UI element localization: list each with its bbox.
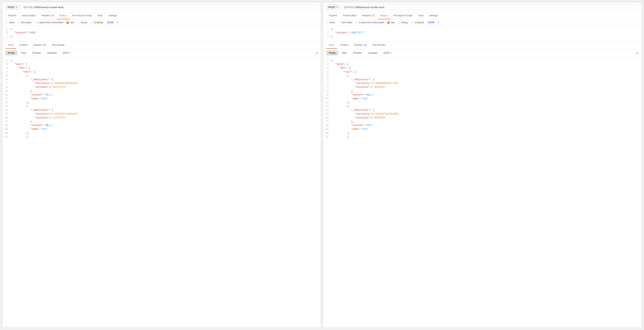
right-radio-raw-circle bbox=[387, 21, 390, 24]
right-tab-body[interactable]: Body ● bbox=[378, 12, 390, 19]
left-resp-line-3: 3"Get": { bbox=[2, 66, 320, 70]
left-wrap-icon[interactable]: ⇌ bbox=[315, 51, 318, 55]
right-resp-line-18: 18"content": "早上", bbox=[324, 124, 642, 127]
left-req-line-3: 3 } bbox=[2, 35, 320, 39]
left-response-body[interactable]: 1{ 2"data": { 3"Get": { 4"Text": [ 5{ 6"… bbox=[2, 57, 320, 327]
right-resp-line-5: 5{ bbox=[324, 74, 642, 78]
left-tab-prerequest[interactable]: Pre-request Script bbox=[70, 12, 94, 19]
right-json-dropdown-icon[interactable]: ▼ bbox=[438, 22, 440, 24]
right-panel: POST ▼ Params Authorization Headers (9) … bbox=[323, 3, 642, 327]
right-radio-none[interactable]: none bbox=[326, 21, 335, 24]
left-resp-tab-cookies[interactable]: Cookies bbox=[16, 42, 30, 49]
left-radio-binary[interactable]: binary bbox=[77, 21, 87, 24]
right-request-editor[interactable]: 1 { 2 "content" : "太阳下山了" 3 } bbox=[324, 26, 642, 42]
right-radio-raw[interactable]: raw bbox=[387, 21, 394, 24]
left-resp-line-2: 2"data": { bbox=[2, 63, 320, 66]
right-req-line-3: 3 } bbox=[324, 35, 642, 39]
left-response-tabs: Body Cookies Headers (3) Test Results bbox=[2, 42, 320, 49]
right-resp-tab-testresults[interactable]: Test Results bbox=[370, 42, 388, 49]
right-response-format-row: Pretty Raw Preview Visualize JSON ▼ ⇌ bbox=[324, 49, 642, 57]
right-tab-params[interactable]: Params bbox=[326, 12, 340, 19]
right-preview-btn[interactable]: Preview bbox=[351, 51, 364, 55]
right-radio-none-circle bbox=[326, 21, 329, 24]
right-radio-formdata[interactable]: form-data bbox=[338, 21, 352, 24]
left-resp-line-17: 17}, bbox=[2, 120, 320, 124]
left-pretty-btn[interactable]: Pretty bbox=[5, 51, 17, 55]
left-tab-headers[interactable]: Headers (9) bbox=[38, 12, 57, 19]
right-radio-graphql[interactable]: GraphQL bbox=[411, 21, 424, 24]
right-tab-headers[interactable]: Headers (9) bbox=[359, 12, 378, 19]
left-resp-line-21: 21{ bbox=[2, 135, 320, 139]
left-resp-tab-testresults[interactable]: Test Results bbox=[49, 42, 67, 49]
left-resp-tab-body[interactable]: Body bbox=[5, 42, 16, 49]
left-raw-btn[interactable]: Raw bbox=[19, 51, 28, 55]
left-tab-body[interactable]: Body ● bbox=[57, 12, 70, 19]
right-tab-authorization[interactable]: Authorization bbox=[340, 12, 359, 19]
right-resp-line-19: 19"name": "sss" bbox=[324, 127, 642, 131]
left-resp-line-20: 20}, bbox=[2, 131, 320, 135]
left-radio-none[interactable]: none bbox=[5, 21, 14, 24]
left-radio-graphql[interactable]: GraphQL bbox=[90, 21, 104, 24]
right-method-chevron: ▼ bbox=[336, 6, 338, 8]
left-radio-formdata-circle bbox=[18, 21, 20, 24]
right-response-body[interactable]: 1{ 2"data": { 3"Get": { 4"Text": [ 5{ 6"… bbox=[324, 57, 642, 327]
right-resp-line-9: 9}, bbox=[324, 89, 642, 93]
right-radio-binary[interactable]: binary bbox=[398, 21, 408, 24]
left-tab-tests[interactable]: Tests bbox=[94, 12, 106, 19]
right-method-select[interactable]: POST ▼ bbox=[326, 5, 340, 10]
left-radio-graphql-circle bbox=[90, 21, 93, 24]
left-visualize-btn[interactable]: Visualize bbox=[45, 51, 59, 55]
right-pretty-btn[interactable]: Pretty bbox=[326, 51, 338, 55]
right-resp-line-1: 1{ bbox=[324, 59, 642, 63]
left-url-input[interactable] bbox=[21, 5, 318, 10]
right-resp-line-6: 6"_additional": { bbox=[324, 78, 642, 82]
right-radio-graphql-circle bbox=[411, 21, 414, 24]
right-resp-line-13: 13{ bbox=[324, 104, 642, 108]
left-resp-line-18: 18"content": "晚上", bbox=[2, 124, 320, 127]
left-resp-line-19: 19"name": "sss" bbox=[2, 127, 320, 131]
left-tabs-row: Params Authorization Headers (9) Body ● … bbox=[2, 12, 320, 20]
right-visualize-btn[interactable]: Visualize bbox=[366, 51, 380, 55]
right-resp-line-14: 14"_additional": { bbox=[324, 108, 642, 112]
left-resp-line-16: 16"distance": 0.115753174 bbox=[2, 116, 320, 120]
left-json-dropdown-icon[interactable]: ▼ bbox=[117, 22, 119, 24]
left-tab-authorization[interactable]: Authorization bbox=[19, 12, 38, 19]
right-body-type-row: none form-data x-www-form-urlencoded raw… bbox=[324, 20, 642, 26]
left-resp-line-8: 8"distance": 0.080762744 bbox=[2, 85, 320, 89]
right-tab-tests[interactable]: Tests bbox=[415, 12, 426, 19]
left-radio-formdata[interactable]: form-data bbox=[18, 21, 31, 24]
right-resp-line-2: 2"data": { bbox=[324, 63, 642, 66]
right-tab-prerequest[interactable]: Pre-request Script bbox=[390, 12, 416, 19]
left-preview-btn[interactable]: Preview bbox=[30, 51, 43, 55]
left-radio-urlencoded[interactable]: x-www-form-urlencoded bbox=[34, 21, 63, 24]
left-resp-line-10: 10"content": "早上", bbox=[2, 93, 320, 97]
left-tab-params[interactable]: Params bbox=[5, 12, 19, 19]
right-url-input[interactable] bbox=[342, 5, 639, 10]
right-radio-urlencoded[interactable]: x-www-form-urlencoded bbox=[355, 21, 384, 24]
right-resp-line-4: 4"Text": [ bbox=[324, 70, 642, 74]
left-radio-raw[interactable]: raw bbox=[66, 21, 74, 24]
right-resp-tab-headers[interactable]: Headers (3) bbox=[352, 42, 370, 49]
left-resp-line-5: 5{ bbox=[2, 74, 320, 78]
right-tab-settings[interactable]: Settings bbox=[426, 12, 440, 19]
left-resp-tab-headers[interactable]: Headers (3) bbox=[30, 42, 49, 49]
left-method-select[interactable]: POST ▼ bbox=[5, 5, 20, 10]
right-json-format-chevron: ▼ bbox=[390, 52, 392, 54]
left-req-line-1: 1 { bbox=[2, 27, 320, 31]
left-json-format-chevron: ▼ bbox=[70, 52, 72, 54]
left-tab-settings[interactable]: Settings bbox=[106, 12, 120, 19]
left-panel: POST ▼ Params Authorization Headers (9) … bbox=[2, 3, 321, 327]
right-wrap-icon[interactable]: ⇌ bbox=[636, 51, 639, 55]
right-resp-line-16: 16"distance": 0.18495053 bbox=[324, 116, 642, 120]
left-json-format-select[interactable]: JSON ▼ bbox=[62, 52, 72, 54]
left-json-label[interactable]: JSON bbox=[107, 21, 114, 24]
right-tabs-row: Params Authorization Headers (9) Body ● … bbox=[324, 12, 642, 20]
right-json-label[interactable]: JSON bbox=[428, 21, 434, 24]
left-request-editor[interactable]: 1 { 2 "content" : "清晨" 3 } bbox=[2, 26, 320, 42]
right-resp-tab-cookies[interactable]: Cookies bbox=[337, 42, 351, 49]
right-raw-btn[interactable]: Raw bbox=[340, 51, 349, 55]
right-resp-tab-body[interactable]: Body bbox=[326, 42, 337, 49]
left-resp-line-9: 9}, bbox=[2, 89, 320, 93]
right-resp-line-12: 12}, bbox=[324, 101, 642, 104]
right-json-format-select[interactable]: JSON ▼ bbox=[383, 52, 392, 54]
